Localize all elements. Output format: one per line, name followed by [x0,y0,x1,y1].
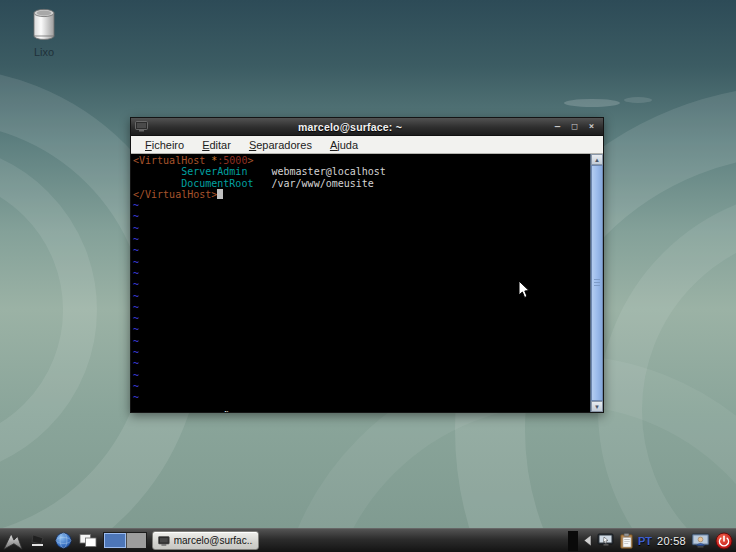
keyboard-layout-indicator[interactable]: PT [638,535,652,547]
terminal-empty-line: ~ [133,200,587,211]
trash-can-icon [27,5,61,41]
scrollbar-up-arrow-icon[interactable]: ▲ [591,154,603,165]
trash-label: Lixo [18,46,70,58]
terminal-line: </VirtualHost> [133,189,587,200]
terminal-empty-line: ~ [133,223,587,234]
terminal-empty-line: ~ [133,313,587,324]
terminal-line: <VirtualHost *:5000> [133,155,587,166]
maximize-button[interactable]: □ [569,121,580,132]
user-session-tray-icon[interactable] [691,533,710,549]
system-tray: PT 20:58 [568,531,733,551]
workspace-1-active[interactable] [104,533,126,548]
terminal-viewport[interactable]: <VirtualHost *:5000> ServerAdmin webmast… [131,154,603,412]
taskbar-clock[interactable]: 20:58 [657,535,686,547]
file-manager-launcher[interactable] [78,531,98,551]
display-settings-tray-icon[interactable] [597,533,615,548]
menu-ajuda[interactable]: Ajuda [322,138,366,152]
terminal-empty-line: ~ [133,358,587,369]
menu-logo-icon [3,531,23,551]
web-browser-launcher[interactable] [53,531,73,551]
clipboard-tray-icon[interactable] [620,533,633,549]
terminal-empty-line: ~ [133,370,587,381]
show-desktop-button[interactable] [28,531,48,551]
tray-separator [568,531,578,551]
terminal-empty-line: ~ [133,257,587,268]
show-desktop-icon [31,534,45,547]
overlapping-windows-icon [79,533,97,548]
terminal-app-icon [135,121,148,132]
terminal-empty-line: ~ [133,381,587,392]
menu-bar: Ficheiro Editar Separadores Ajuda [131,136,603,154]
terminal-window-icon [158,536,170,546]
globe-icon [55,532,72,549]
taskbar-window-button[interactable]: marcelo@surfac... [152,531,259,550]
minimize-button[interactable]: – [552,121,563,132]
menu-separadores[interactable]: Separadores [241,138,320,152]
terminal-empty-line: ~ [133,234,587,245]
terminal-empty-line: ~ [133,302,587,313]
terminal-empty-line: ~ [133,324,587,335]
close-button[interactable]: × [586,121,597,132]
vim-statusline: -- INSERÇÃO -- 4,15 Tudo [133,401,587,413]
taskbar-window-button-label: marcelo@surfac... [174,535,253,546]
trash-desktop-icon[interactable]: Lixo [18,5,70,58]
mouse-cursor-icon [518,280,531,299]
workspace-switcher[interactable] [103,532,147,549]
terminal-line: DocumentRoot /var/www/omeusite [133,178,587,189]
applications-menu-button[interactable] [3,531,23,551]
terminal-scrollbar[interactable]: ▲ ▼ [590,154,603,412]
terminal-empty-line: ~ [133,268,587,279]
scrollbar-thumb[interactable] [591,165,603,401]
terminal-window: marcelo@surface: ~ – □ × Ficheiro Editar… [130,117,604,413]
terminal-empty-line: ~ [133,245,587,256]
scrollbar-grip [594,279,600,287]
terminal-empty-line: ~ [133,336,587,347]
tray-collapse-arrow-icon[interactable] [583,534,592,547]
workspace-2[interactable] [126,533,147,548]
scrollbar-down-arrow-icon[interactable]: ▼ [591,401,603,412]
menu-editar[interactable]: Editar [194,138,239,152]
terminal-text-cursor [217,189,223,199]
power-button[interactable] [715,532,733,550]
menu-ficheiro[interactable]: Ficheiro [137,138,192,152]
window-titlebar[interactable]: marcelo@surface: ~ – □ × [131,118,603,136]
terminal-empty-line: ~ [133,347,587,358]
window-title: marcelo@surface: ~ [148,121,552,133]
terminal-line: ServerAdmin webmaster@localhost [133,166,587,177]
taskbar-panel: marcelo@surfac... PT 20:58 [0,528,736,552]
terminal-empty-line: ~ [133,211,587,222]
